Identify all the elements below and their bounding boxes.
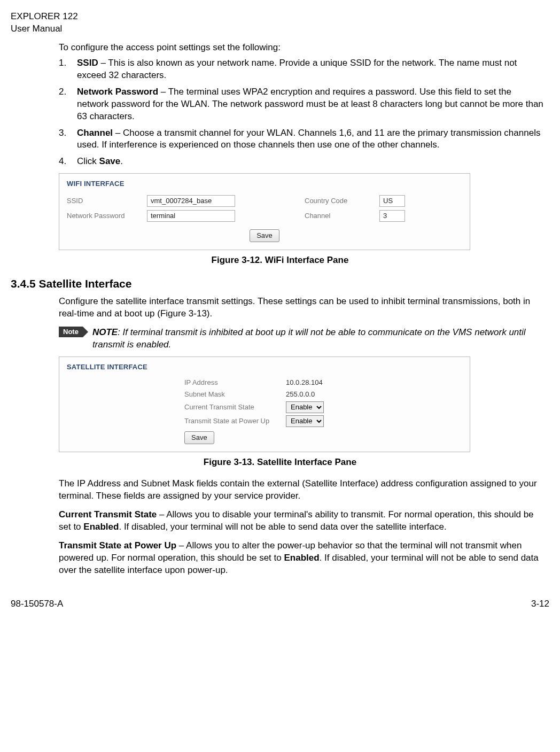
- sat-save-button[interactable]: Save: [184, 431, 214, 444]
- steps-list: SSID – This is also known as your networ…: [59, 57, 544, 168]
- section-title: Satellite Interface: [39, 277, 132, 290]
- network-password-label: Network Password: [67, 211, 147, 221]
- note-bold: NOTE: [92, 327, 118, 337]
- doc-header-1: EXPLORER 122: [11, 11, 549, 23]
- step-1-text: – This is also known as your network nam…: [77, 58, 517, 80]
- ip-address-label: IP Address: [184, 378, 286, 387]
- wifi-interface-panel: WIFI INTERFACE SSID Country Code Network…: [59, 173, 470, 250]
- channel-label: Channel: [305, 211, 379, 221]
- footer-right: 3-12: [531, 598, 549, 610]
- ssid-input[interactable]: [147, 195, 235, 207]
- transmit-state-powerup-label: Transmit State at Power Up: [184, 416, 286, 426]
- wifi-panel-title: WIFI INTERFACE: [67, 179, 462, 189]
- current-transmit-state-select[interactable]: Enable: [286, 401, 324, 413]
- country-code-label: Country Code: [305, 196, 379, 206]
- para-current-transmit: Current Transmit State – Allows you to d…: [59, 509, 544, 533]
- step-4-pre: Click: [77, 156, 99, 166]
- country-code-input[interactable]: [379, 195, 405, 207]
- footer-left: 98-150578-A: [11, 598, 63, 610]
- para2-bold2: Enabled: [83, 522, 119, 532]
- ssid-label: SSID: [67, 196, 147, 206]
- current-transmit-state-label: Current Transmit State: [184, 402, 286, 412]
- transmit-state-powerup-select[interactable]: Enable: [286, 415, 324, 427]
- subnet-mask-value: 255.0.0.0: [286, 390, 382, 399]
- figure-3-13-caption: Figure 3-13. Satellite Interface Pane: [11, 456, 549, 469]
- wifi-save-button[interactable]: Save: [250, 229, 279, 242]
- ip-address-value: 10.0.28.104: [286, 378, 382, 387]
- para3-bold2: Enabled: [284, 553, 319, 563]
- page-footer: 98-150578-A 3-12: [11, 598, 549, 610]
- para2-bold: Current Transmit State: [59, 509, 157, 520]
- step-4-bold: Save: [99, 156, 121, 166]
- step-3-bold: Channel: [77, 128, 113, 138]
- satellite-interface-panel: SATELLITE INTERFACE IP Address 10.0.28.1…: [59, 356, 470, 452]
- para-transmit-powerup: Transmit State at Power Up – Allows you …: [59, 540, 544, 577]
- step-3-text: – Choose a transmit channel for your WLA…: [77, 128, 540, 150]
- network-password-input[interactable]: [147, 210, 235, 222]
- sat-intro: Configure the satellite interface transm…: [59, 296, 544, 320]
- doc-header-2: User Manual: [11, 23, 549, 35]
- sat-panel-title: SATELLITE INTERFACE: [67, 362, 462, 372]
- para-ip-subnet: The IP Address and Subnet Mask fields co…: [59, 478, 544, 502]
- note-tag: Note: [59, 327, 83, 337]
- note-block: Note NOTE: If terminal transmit is inhib…: [59, 327, 544, 351]
- note-text: : If terminal transmit is inhibited at b…: [92, 327, 526, 350]
- step-2-bold: Network Password: [77, 87, 158, 97]
- section-3-4-5-heading: 3.4.5 Satellite Interface: [11, 276, 549, 291]
- subnet-mask-label: Subnet Mask: [184, 390, 286, 399]
- step-4-post: .: [120, 156, 123, 166]
- intro-text: To configure the access point settings s…: [59, 42, 544, 54]
- channel-input[interactable]: [379, 210, 405, 222]
- section-number: 3.4.5: [11, 277, 36, 290]
- figure-3-12-caption: Figure 3-12. WiFi Interface Pane: [11, 254, 549, 267]
- step-1-bold: SSID: [77, 58, 98, 68]
- para2-text2: . If disabled, your terminal will not be…: [119, 522, 446, 532]
- para3-bold: Transmit State at Power Up: [59, 540, 176, 551]
